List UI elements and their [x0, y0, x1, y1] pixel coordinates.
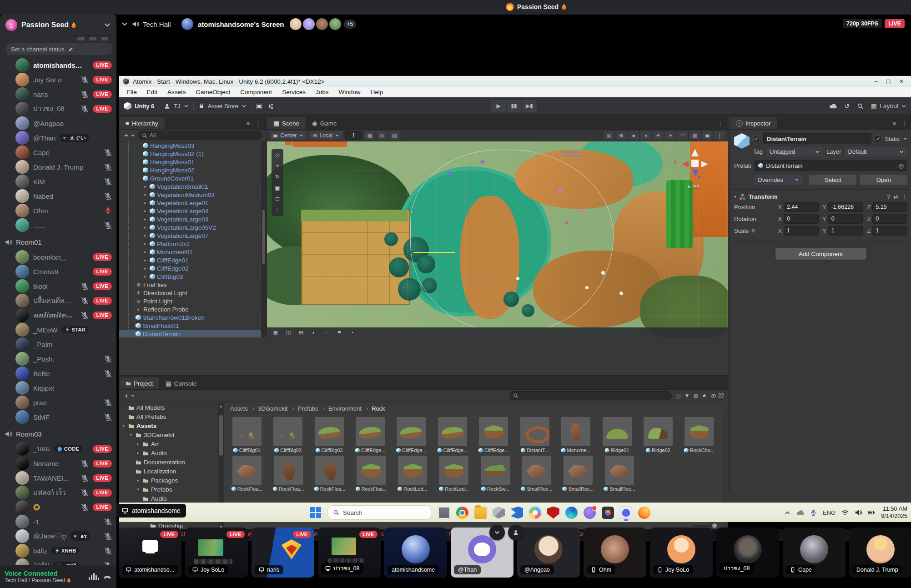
scene-bottom-button[interactable]: ◔ — [346, 329, 358, 337]
voice-user-row[interactable]: @Angpao LIVE — [0, 116, 116, 131]
add-gameobject-button[interactable]: ＋ — [123, 131, 135, 140]
participant-tile[interactable]: LIVE Cape — [783, 528, 846, 578]
asset-item[interactable]: CliffEdge... — [392, 417, 431, 453]
hierarchy-item[interactable]: ▸ VegetationLarge05V2 › — [119, 223, 266, 231]
participant-tile[interactable]: LIVE บ่าวซง_08 — [716, 528, 779, 578]
hierarchy-item[interactable]: ▸ VegetationLarge04 › — [119, 207, 266, 215]
scene-view-option-button[interactable]: ⋮ — [714, 131, 725, 140]
hierarchy-item[interactable]: ▸ CliffBig03 › — [119, 272, 266, 281]
hierarchy-search-input[interactable]: All — [138, 131, 262, 140]
hierarchy-item[interactable]: ▸ HangingMoss03 › — [119, 141, 266, 150]
prefab-field[interactable]: DistantTerrain◎ — [755, 160, 907, 171]
grid-tool-button[interactable]: ▤ — [377, 131, 388, 140]
asset-item[interactable]: RockFloa... — [269, 456, 308, 492]
menu-item[interactable]: Assets — [163, 88, 190, 96]
transform-z-field[interactable]: 1 — [872, 226, 907, 236]
menu-item[interactable]: Services — [278, 88, 310, 96]
pivot-dropdown[interactable]: ▣ Center — [270, 131, 307, 140]
hierarchy-item[interactable]: ▸ Platform2x2 › — [119, 240, 266, 248]
more-viewers-badge[interactable]: +5 — [344, 20, 357, 29]
hierarchy-item[interactable]: ▸ Monument01 › — [119, 248, 266, 256]
participant-tile[interactable]: LIVE @Angpao — [517, 528, 580, 578]
voice-user-row[interactable]: b4llz XNHB LIVE — [0, 543, 116, 558]
orientation-dropdown[interactable]: ⊕ Local — [309, 131, 342, 140]
channel-name[interactable]: Tech Hall — [143, 20, 171, 28]
scene-tool-button[interactable]: ◌ — [272, 205, 282, 215]
dock-menu-icon[interactable]: a — [893, 120, 896, 126]
cloud-icon[interactable] — [829, 102, 837, 110]
asset-item[interactable]: RockChu... — [680, 417, 719, 453]
asset-store-dropdown[interactable]: Asset Store — [198, 103, 247, 110]
participant-tile[interactable]: LIVE Joy SoLo — [650, 528, 713, 578]
voice-user-row[interactable]: @Jane♡ღ ♥๑ร LIVE — [0, 529, 116, 543]
participant-tile[interactable]: LIVE Donald J. Trump — [849, 528, 911, 578]
asset-item[interactable]: CliffBig02 — [268, 417, 307, 453]
menu-item[interactable]: File — [123, 88, 141, 96]
favorite-icon[interactable]: ★ — [702, 392, 707, 399]
scene-view-option-button[interactable]: ⊕ — [616, 131, 627, 140]
scene-bottom-button[interactable]: ◐ — [308, 329, 320, 337]
hierarchy-item[interactable]: ▸ ⊙ Point Light › — [119, 297, 266, 305]
play-button[interactable]: ▶ — [491, 100, 506, 112]
microphone-tray-icon[interactable] — [810, 509, 817, 516]
move-gizmo-axis[interactable] — [413, 252, 455, 253]
scene-view-option-button[interactable]: ◎ — [604, 131, 614, 140]
asset-item[interactable]: SmallRoc... — [600, 456, 639, 492]
voice-user-row[interactable]: tkool LIVE — [0, 279, 116, 293]
scene-tool-button[interactable]: ↻ — [272, 172, 282, 182]
scene-bottom-button[interactable]: ▦ — [270, 329, 282, 337]
thumbnail-zoom-slider[interactable] — [693, 525, 718, 527]
asset-item[interactable]: RockLed... — [393, 456, 432, 492]
participant-tile[interactable]: LIVE atomishandsome — [384, 528, 447, 578]
static-checkbox[interactable]: ✓ — [875, 136, 881, 142]
voice-channel-room01[interactable]: Room01 — [0, 234, 116, 250]
folder-row[interactable]: ▾▸ Audio — [119, 448, 218, 457]
overrides-dropdown[interactable]: Overrides — [754, 175, 803, 185]
scene-view-option-button[interactable]: ◠ — [677, 131, 688, 140]
voice-user-row[interactable]: boomkxn_. LIVE — [0, 250, 116, 264]
scene-view-option-button[interactable]: ◖ — [640, 131, 651, 140]
collapse-strip-button[interactable] — [489, 525, 505, 540]
hierarchy-item[interactable]: ▸ VegetationSmall01 › — [119, 182, 266, 191]
iso-mode-label[interactable]: Iso — [692, 183, 700, 190]
menu-item[interactable]: GameObject — [192, 88, 235, 96]
participant-tile[interactable]: LIVE Joy SoLo — [185, 528, 248, 578]
scene-view-option-button[interactable]: ◉ — [702, 131, 713, 140]
grid-tool-button[interactable]: ▦ — [364, 131, 375, 140]
voice-user-row[interactable]: Joy SoLo LIVE — [0, 72, 116, 87]
hierarchy-item[interactable]: ▸ SmallRock01 › — [119, 322, 266, 330]
account-dropdown[interactable]: TJ — [164, 103, 188, 110]
taskbar-app-icon[interactable] — [438, 507, 450, 519]
scene-view-option-button[interactable]: + — [665, 131, 676, 140]
scene-viewport[interactable]: ◇+↻▣◻◌ x z ≡Iso ▦◫▤◐◌ — [267, 141, 728, 337]
version-control-icon[interactable]: ⑆ — [269, 102, 273, 110]
asset-item[interactable]: CliffBig01 — [227, 417, 266, 453]
folder-row[interactable]: ▾▸ Assets — [119, 421, 218, 430]
asset-item[interactable]: RockFloa... — [310, 456, 349, 492]
hierarchy-item[interactable]: ▸ VegetationLarge07 › — [119, 231, 266, 240]
hierarchy-item[interactable]: ▸ CliffEdge02 › — [119, 264, 266, 272]
hierarchy-item[interactable]: ▸ VegetationLarge03 › — [119, 215, 266, 223]
taskbar-app-icon[interactable] — [565, 507, 578, 519]
participants-button[interactable] — [508, 525, 523, 540]
voice-user-row[interactable]: Cape LIVE — [0, 145, 116, 160]
battery-icon[interactable] — [868, 509, 875, 516]
breadcrumb-item[interactable]: Environment — [321, 405, 363, 412]
menu-item[interactable]: Jobs — [312, 88, 333, 96]
tag-dropdown[interactable]: Untagged — [766, 147, 823, 156]
taskbar-app-icon[interactable] — [584, 507, 596, 519]
start-button[interactable] — [310, 507, 321, 518]
undo-history-icon[interactable]: ↺ — [844, 102, 850, 110]
hierarchy-item[interactable]: ▸ HangingMoss02 (1) › — [119, 150, 266, 158]
transform-x-field[interactable]: 2.44 — [784, 202, 819, 212]
package-manager-icon[interactable]: ▣ — [256, 102, 262, 110]
scene-tool-button[interactable]: ▣ — [272, 183, 282, 193]
hierarchy-item[interactable]: ▸ VegetationMedium03 › — [119, 191, 266, 199]
voice-user-row[interactable]: อาร์ม ☠_mrX LIVE — [0, 558, 116, 565]
asset-item[interactable]: CliffEdge... — [474, 417, 513, 453]
clock[interactable]: 11:50 AM 9/14/2025 — [881, 505, 907, 520]
taskbar-app-icon[interactable] — [602, 507, 614, 519]
voice-user-row[interactable]: บ่าวซง_08 LIVE — [0, 101, 116, 116]
scene-tool-button[interactable]: + — [272, 161, 282, 171]
tab-scene[interactable]: ▦ Scene — [267, 117, 306, 129]
